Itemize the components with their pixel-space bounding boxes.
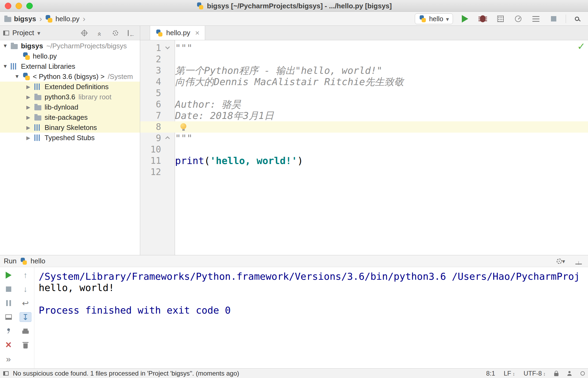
- line-number[interactable]: 10: [140, 144, 161, 155]
- pause-output-button[interactable]: [3, 298, 14, 308]
- code-line[interactable]: Date: 2018年3月1日: [175, 110, 274, 121]
- up-stacktrace-button[interactable]: [20, 270, 31, 280]
- search-everywhere-button[interactable]: [572, 13, 584, 24]
- tree-item-python-3-6-bigsys[interactable]: ▼< Python 3.6 (bigsys) >/System: [0, 71, 140, 82]
- tree-toggle-icon[interactable]: ▼: [14, 74, 23, 79]
- restore-layout-button[interactable]: [3, 312, 14, 322]
- tree-toggle-icon[interactable]: ▼: [3, 63, 11, 69]
- line-number[interactable]: 8: [140, 121, 161, 133]
- close-tab-button[interactable]: [3, 340, 14, 350]
- print-button[interactable]: [20, 326, 31, 336]
- fold-marker-icon[interactable]: [165, 136, 170, 141]
- tree-item-external-libraries[interactable]: ▼External Libraries: [0, 61, 140, 71]
- caret-position-widget[interactable]: 8:1: [486, 370, 495, 377]
- clear-all-button[interactable]: [20, 340, 31, 350]
- breadcrumb-item-hello-py[interactable]: hello.py: [45, 15, 79, 23]
- tree-toggle-icon[interactable]: ▶: [26, 84, 34, 90]
- line-number[interactable]: 7: [140, 110, 161, 121]
- rerun-button[interactable]: [3, 270, 14, 280]
- tree-toggle-icon[interactable]: ▶: [26, 125, 34, 131]
- inspections-ok-icon[interactable]: ✓: [577, 41, 585, 52]
- editor-line-12: 12: [140, 166, 588, 178]
- code-line[interactable]: """: [175, 42, 193, 54]
- pin-tab-button[interactable]: [3, 326, 14, 336]
- tree-toggle-icon[interactable]: ▶: [26, 94, 34, 100]
- code-line[interactable]: Author: 骆昊: [175, 99, 241, 110]
- tree-item-site-packages[interactable]: ▶site-packages: [0, 112, 140, 122]
- tree-item-typeshed-stubs[interactable]: ▶Typeshed Stubs: [0, 133, 140, 143]
- tree-item-bigsys[interactable]: ▼bigsys~/PycharmProjects/bigsys: [0, 41, 140, 51]
- tree-item-icon-wrap: [34, 135, 45, 141]
- profiler-button[interactable]: [513, 13, 524, 24]
- line-number[interactable]: 1: [140, 42, 161, 54]
- toolwindow-toggle-icon[interactable]: [3, 371, 9, 376]
- tree-item-hello-py[interactable]: hello.py: [0, 51, 140, 61]
- locate-file-button[interactable]: [79, 27, 90, 39]
- code-token: ): [297, 155, 303, 166]
- down-stacktrace-button[interactable]: [20, 284, 31, 294]
- chevron-down-icon[interactable]: [37, 29, 40, 37]
- coverage-button[interactable]: [495, 13, 506, 24]
- lock-icon[interactable]: [554, 373, 558, 376]
- tab-hello-py[interactable]: hello.py ×: [150, 26, 205, 40]
- line-number[interactable]: 9: [140, 133, 161, 144]
- stop-icon: [551, 16, 556, 21]
- console-output[interactable]: /System/Library/Frameworks/Python.framew…: [34, 267, 588, 368]
- project-settings-button[interactable]: [110, 27, 121, 39]
- pycharm-app-icon: [197, 2, 204, 9]
- tree-item-python3-6[interactable]: ▶python3.6library root: [0, 92, 140, 102]
- reformat-button[interactable]: [530, 13, 542, 24]
- inspection-profile-icon[interactable]: [567, 371, 572, 376]
- tree-item-lib-dynload[interactable]: ▶lib-dynload: [0, 102, 140, 112]
- breadcrumb-item-bigsys[interactable]: bigsys: [4, 15, 36, 23]
- editor[interactable]: 1"""23第一个Python程序 - 输出"hello, world!"4向伟…: [140, 40, 588, 255]
- code-line[interactable]: 第一个Python程序 - 输出"hello, world!": [175, 65, 382, 76]
- line-number[interactable]: 12: [140, 166, 161, 178]
- tree-item-binary-skeletons[interactable]: ▶Binary Skeletons: [0, 122, 140, 133]
- fold-gutter: [161, 133, 175, 144]
- status-message: No suspicious code found. 1 files proces…: [13, 370, 239, 377]
- editor-lines[interactable]: 1"""23第一个Python程序 - 输出"hello, world!"4向伟…: [140, 42, 588, 178]
- intention-bulb-icon[interactable]: [180, 123, 186, 129]
- run-header-actions: [555, 256, 584, 267]
- encoding-widget[interactable]: UTF-8: [524, 370, 546, 377]
- hide-panel-button[interactable]: [125, 27, 137, 39]
- run-button[interactable]: [459, 13, 471, 24]
- run-tool-window: Run hello /System/Library/Frameworks/Pyt…: [0, 255, 588, 368]
- project-panel-header: Project: [0, 26, 140, 40]
- debug-button[interactable]: [477, 13, 488, 24]
- stop-button[interactable]: [3, 284, 14, 294]
- console-line: /System/Library/Frameworks/Python.framew…: [39, 271, 588, 282]
- tree-item-extended-definitions[interactable]: ▶Extended Definitions: [0, 82, 140, 92]
- project-tree[interactable]: ▼bigsys~/PycharmProjects/bigsyshello.py▼…: [0, 40, 140, 255]
- stop-button[interactable]: [548, 13, 559, 24]
- hide-run-panel-button[interactable]: [573, 256, 584, 267]
- code-line[interactable]: """: [175, 133, 193, 144]
- line-number[interactable]: 4: [140, 76, 161, 88]
- soft-wrap-button[interactable]: [20, 298, 31, 308]
- run-config-select[interactable]: hello: [415, 13, 453, 24]
- line-number[interactable]: 3: [140, 65, 161, 76]
- line-number[interactable]: 11: [140, 155, 161, 166]
- run-settings-button[interactable]: [555, 256, 567, 267]
- collapse-all-button[interactable]: [94, 27, 106, 39]
- code-line[interactable]: print('hello, world!'): [175, 155, 303, 166]
- tree-toggle-icon[interactable]: ▼: [3, 43, 11, 49]
- line-number[interactable]: 6: [140, 99, 161, 110]
- line-number[interactable]: 5: [140, 88, 161, 99]
- line-separator-widget[interactable]: LF: [504, 370, 515, 377]
- notifications-icon[interactable]: [580, 371, 585, 376]
- console-line: [39, 293, 588, 305]
- fold-marker-icon[interactable]: [165, 45, 170, 49]
- coverage-icon: [497, 16, 504, 22]
- tree-toggle-icon[interactable]: ▶: [26, 104, 34, 110]
- line-number[interactable]: 2: [140, 54, 161, 65]
- tree-toggle-icon[interactable]: ▶: [26, 114, 34, 121]
- close-tab-icon[interactable]: ×: [195, 29, 199, 37]
- tree-toggle-icon[interactable]: ▶: [26, 135, 34, 141]
- show-more-button[interactable]: [3, 354, 14, 364]
- code-line[interactable]: 向伟大的Dennis MacAlistair Ritchie先生致敬: [175, 76, 404, 88]
- tree-item-icon-wrap: [23, 52, 33, 60]
- scroll-to-end-button[interactable]: [20, 312, 31, 322]
- editor-line-5: 5: [140, 88, 588, 99]
